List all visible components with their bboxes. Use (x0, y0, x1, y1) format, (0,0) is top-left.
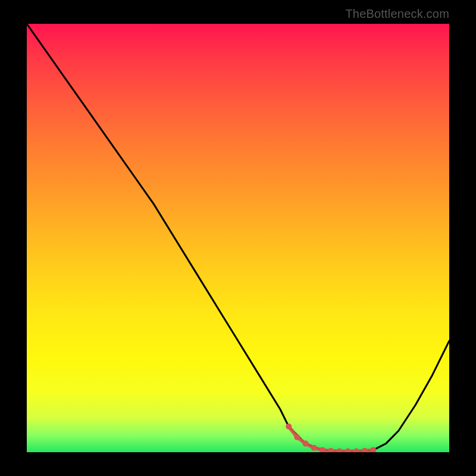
chart-frame: TheBottleneck.com (0, 0, 476, 476)
watermark-text: TheBottleneck.com (345, 7, 449, 21)
main-curve (27, 24, 449, 452)
highlight-curve (289, 427, 373, 452)
lines-group (27, 24, 449, 452)
plot-area (27, 24, 449, 452)
chart-svg (27, 24, 449, 452)
